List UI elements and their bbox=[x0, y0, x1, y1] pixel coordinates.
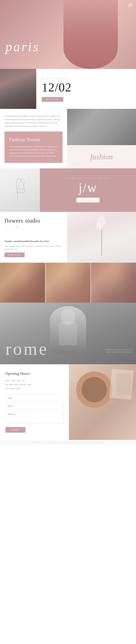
jewelry-photo bbox=[0, 168, 40, 212]
workshop-content: BEAUTY WORKSHOP 12/02 READ MORE bbox=[36, 69, 136, 109]
flowers-read-more-button[interactable]: READ MORE bbox=[4, 252, 25, 257]
email-input[interactable] bbox=[6, 403, 64, 409]
fashion-trends-body: The Spring/Summer 2019 shows, which happ… bbox=[9, 145, 58, 158]
menu-line-3 bbox=[128, 6, 132, 6]
footer: Sample text. Click to select the text bo… bbox=[0, 440, 136, 445]
social-icons-row: f t in bbox=[4, 226, 62, 229]
fashion-trends-title: Fashion Trends bbox=[9, 137, 58, 142]
face-photo bbox=[0, 69, 36, 109]
flowers-studio-left: flowers studio f t in Tender And Beautif… bbox=[0, 212, 67, 263]
name-input[interactable] bbox=[6, 395, 64, 401]
footer-sample-text: Sample text. Click to select the text bo… bbox=[32, 442, 104, 443]
hero-section: paris bbox=[0, 0, 136, 69]
flowers-desc-title: Tender And Beautiful Details For You bbox=[4, 240, 62, 243]
workshop-read-more-button[interactable]: READ MORE bbox=[42, 97, 63, 102]
fashion-trends-section: The question of how designers envision w… bbox=[0, 109, 136, 168]
rome-sample-text: Sample text. Click to select the text bo… bbox=[105, 349, 132, 354]
jw-monogram: j/w bbox=[78, 181, 98, 194]
message-input[interactable] bbox=[6, 411, 64, 424]
sculpture-shape bbox=[50, 306, 86, 354]
rome-title: rome bbox=[6, 339, 48, 359]
portrait-2-inner bbox=[46, 263, 91, 302]
flowers-desc-area: Tender And Beautiful Details For You Sho… bbox=[4, 240, 62, 257]
woman-bw-photo bbox=[67, 109, 136, 145]
hero-title: paris bbox=[6, 39, 40, 54]
beauty-workshop-section: BEAUTY WORKSHOP 12/02 READ MORE bbox=[0, 69, 136, 109]
face-image bbox=[0, 69, 36, 109]
jw-read-more-button[interactable]: READ MORE bbox=[76, 198, 100, 202]
hero-figure bbox=[64, 0, 118, 69]
portrait-3 bbox=[91, 263, 136, 302]
fashion-trends-box: Fashion Trends The Spring/Summer 2019 sh… bbox=[4, 132, 62, 163]
intro-text: The question of how designers envision w… bbox=[4, 114, 62, 128]
flower-photo bbox=[67, 212, 136, 263]
coffee-photo bbox=[69, 364, 136, 440]
twitter-icon[interactable]: t bbox=[10, 226, 13, 229]
flowers-desc-text: Shop amazing value womens sportswear at … bbox=[4, 244, 62, 251]
fashion-script-text: fashion bbox=[90, 152, 113, 161]
flowers-studio-title: flowers studio bbox=[4, 217, 62, 224]
flowers-studio-section: flowers studio f t in Tender And Beautif… bbox=[0, 212, 136, 263]
workshop-label: BEAUTY WORKSHOP bbox=[42, 78, 130, 80]
rome-section: rome Sample text. Click to select the te… bbox=[0, 302, 136, 364]
fashion-right-col: fashion bbox=[67, 109, 136, 168]
portrait-1-inner bbox=[0, 263, 45, 302]
menu-line-2 bbox=[128, 5, 132, 5]
instagram-icon[interactable]: in bbox=[16, 226, 19, 229]
portraits-section bbox=[0, 263, 136, 302]
winter-label: WINTER COLLECTION IN OUR SHOP bbox=[65, 178, 110, 179]
menu-line-1 bbox=[128, 4, 132, 4]
portrait-2 bbox=[46, 263, 91, 302]
jw-collection-section: WINTER COLLECTION IN OUR SHOP j/w READ M… bbox=[0, 168, 136, 212]
opening-hours-section: Opening Hours Tues - Thurs: 9am - 9pmFri… bbox=[0, 364, 136, 440]
hours-title: Opening Hours bbox=[6, 372, 64, 376]
workshop-date: 12/02 bbox=[42, 81, 130, 94]
flowers-studio-header: flowers studio f t in bbox=[4, 217, 62, 229]
jw-box: WINTER COLLECTION IN OUR SHOP j/w READ M… bbox=[40, 168, 136, 212]
fashion-script-area: fashion bbox=[67, 145, 136, 168]
hours-text: Tues - Thurs: 9am - 9pmFri: 9am - 7pm / … bbox=[6, 378, 64, 390]
fashion-left-col: The question of how designers envision w… bbox=[0, 109, 67, 168]
submit-button[interactable]: SUBMIT bbox=[6, 427, 26, 433]
facebook-icon[interactable]: f bbox=[4, 226, 8, 229]
coffee-inner bbox=[82, 377, 107, 402]
portrait-1 bbox=[0, 263, 45, 302]
portrait-3-inner bbox=[91, 263, 136, 302]
hours-form-col: Opening Hours Tues - Thurs: 9am - 9pmFri… bbox=[0, 364, 69, 440]
menu-icon[interactable] bbox=[128, 4, 132, 6]
